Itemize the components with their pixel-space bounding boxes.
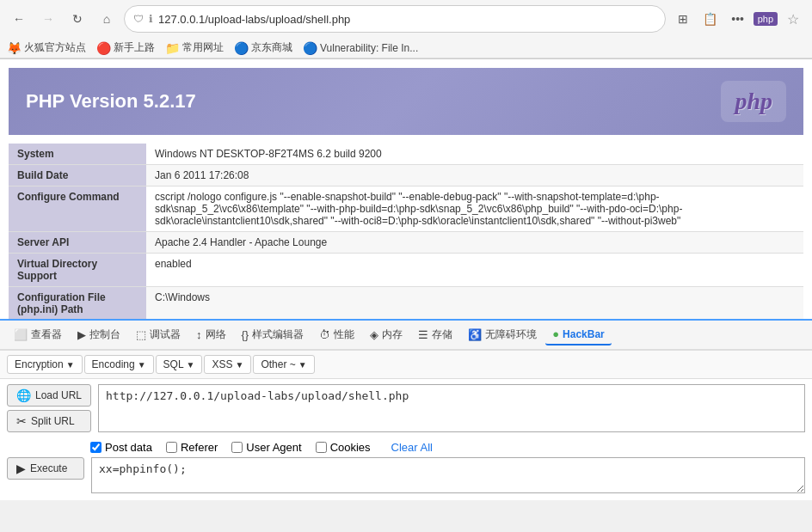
split-url-button[interactable]: ✂ Split URL bbox=[7, 410, 91, 432]
globe-icon: 🔵 bbox=[303, 41, 317, 55]
browser-chrome: ← → ↻ ⌂ 🛡 ℹ 127.0.0.1/upload-labs/upload… bbox=[0, 0, 812, 59]
devtool-debugger[interactable]: ⬚ 调试器 bbox=[129, 324, 188, 345]
page-content: PHP Version 5.2.17 php SystemWindows NT … bbox=[0, 59, 812, 500]
table-row: Virtual Directory Supportenabled bbox=[9, 254, 803, 287]
accessibility-icon: ♿ bbox=[468, 328, 482, 341]
devtool-accessibility[interactable]: ♿ 无障碍环境 bbox=[461, 324, 544, 345]
devtools-bar: ⬜ 查看器 ▶ 控制台 ⬚ 调试器 ↕ 网络 {} 样式编辑器 ⏱ 性能 ◈ 内… bbox=[0, 319, 812, 350]
phpinfo-header: PHP Version 5.2.17 php bbox=[9, 68, 803, 135]
back-button[interactable]: ← bbox=[7, 7, 31, 31]
table-cell-value: Apache 2.4 Handler - Apache Lounge bbox=[146, 232, 803, 254]
cookies-check[interactable] bbox=[316, 442, 327, 453]
post-data-check[interactable] bbox=[90, 442, 102, 453]
bookmark-list-button[interactable]: 📋 bbox=[698, 7, 723, 31]
bookmark-star-button[interactable]: ☆ bbox=[781, 7, 805, 31]
encoding-arrow: ▼ bbox=[138, 360, 146, 370]
dot-icon: 🔴 bbox=[96, 41, 111, 55]
table-row: SystemWindows NT DESKTOP-8F2T4MS 6.2 bui… bbox=[9, 144, 803, 165]
bookmark-firefox[interactable]: 🦊 火狐官方站点 bbox=[7, 40, 86, 55]
grid-button[interactable]: ⊞ bbox=[671, 7, 695, 31]
encryption-menu[interactable]: Encryption ▼ bbox=[7, 355, 83, 374]
xss-arrow: ▼ bbox=[236, 360, 244, 370]
url-input[interactable] bbox=[98, 384, 805, 432]
referer-checkbox[interactable]: Referer bbox=[166, 441, 218, 454]
bookmark-newbie[interactable]: 🔴 新手上路 bbox=[96, 40, 155, 55]
referer-check[interactable] bbox=[166, 442, 177, 453]
load-url-button[interactable]: 🌐 Load URL bbox=[7, 384, 91, 407]
reload-button[interactable]: ↻ bbox=[65, 7, 89, 31]
inspector-icon: ⬜ bbox=[14, 328, 28, 341]
devtool-console[interactable]: ▶ 控制台 bbox=[71, 324, 127, 345]
storage-icon: ☰ bbox=[418, 328, 428, 341]
nav-extras: ⊞ 📋 ••• php ☆ bbox=[671, 7, 805, 31]
post-execute-row: ▶ Execute bbox=[0, 457, 812, 500]
circle-icon: 🔵 bbox=[234, 41, 249, 55]
encryption-arrow: ▼ bbox=[66, 360, 75, 370]
network-icon: ↕ bbox=[196, 328, 202, 341]
table-cell-label: System bbox=[9, 144, 146, 165]
post-data-input[interactable] bbox=[91, 457, 805, 493]
phpinfo-table: SystemWindows NT DESKTOP-8F2T4MS 6.2 bui… bbox=[9, 144, 803, 319]
more-button[interactable]: ••• bbox=[726, 7, 750, 31]
table-cell-value: Jan 6 2011 17:26:08 bbox=[146, 165, 803, 187]
bookmark-vuln[interactable]: 🔵 Vulnerability: File In... bbox=[303, 41, 418, 55]
table-cell-label: Server API bbox=[9, 232, 146, 254]
table-row: Configuration File (php.ini) PathC:\Wind… bbox=[9, 287, 803, 320]
devtool-style-editor[interactable]: {} 样式编辑器 bbox=[235, 324, 311, 345]
debugger-icon: ⬚ bbox=[136, 328, 146, 341]
execute-button[interactable]: ▶ Execute bbox=[7, 457, 84, 480]
bookmark-jd[interactable]: 🔵 京东商城 bbox=[234, 40, 292, 55]
devtool-storage[interactable]: ☰ 存储 bbox=[411, 324, 459, 345]
folder-icon: 📁 bbox=[165, 41, 180, 55]
performance-icon: ⏱ bbox=[319, 328, 330, 341]
shield-icon: 🛡 bbox=[133, 13, 144, 25]
load-icon: 🌐 bbox=[16, 388, 31, 402]
devtool-inspector[interactable]: ⬜ 查看器 bbox=[7, 324, 69, 345]
php-logo: php bbox=[721, 81, 786, 122]
table-row: Server APIApache 2.4 Handler - Apache Lo… bbox=[9, 232, 803, 254]
table-cell-value: cscript /nologo configure.js "--enable-s… bbox=[146, 187, 803, 232]
split-icon: ✂ bbox=[16, 414, 27, 428]
clear-all-button[interactable]: Clear All bbox=[391, 441, 433, 454]
hackbar-area: Encryption ▼ Encoding ▼ SQL ▼ XSS ▼ Othe… bbox=[0, 350, 812, 500]
execute-icon: ▶ bbox=[16, 462, 26, 475]
table-cell-label: Configure Command bbox=[9, 187, 146, 232]
phpinfo-area: PHP Version 5.2.17 php SystemWindows NT … bbox=[0, 59, 812, 319]
table-row: Build DateJan 6 2011 17:26:08 bbox=[9, 165, 803, 187]
bookmark-common[interactable]: 📁 常用网址 bbox=[165, 40, 224, 55]
table-cell-label: Virtual Directory Support bbox=[9, 254, 146, 287]
encoding-menu[interactable]: Encoding ▼ bbox=[84, 355, 154, 374]
xss-menu[interactable]: XSS ▼ bbox=[204, 355, 251, 374]
devtool-performance[interactable]: ⏱ 性能 bbox=[312, 324, 361, 345]
style-icon: {} bbox=[242, 328, 249, 341]
nav-bar: ← → ↻ ⌂ 🛡 ℹ 127.0.0.1/upload-labs/upload… bbox=[0, 0, 812, 38]
php-logo-text: php bbox=[735, 88, 772, 115]
post-data-checkbox[interactable]: Post data bbox=[90, 441, 152, 454]
table-cell-value: Windows NT DESKTOP-8F2T4MS 6.2 build 920… bbox=[146, 144, 803, 165]
hackbar-buttons: 🌐 Load URL ✂ Split URL bbox=[7, 384, 91, 432]
devtool-network[interactable]: ↕ 网络 bbox=[189, 324, 233, 345]
table-cell-value: enabled bbox=[146, 254, 803, 287]
php-badge: php bbox=[754, 12, 778, 26]
table-row: Configure Commandcscript /nologo configu… bbox=[9, 187, 803, 232]
forward-button[interactable]: → bbox=[36, 7, 60, 31]
devtool-hackbar[interactable]: ● HackBar bbox=[545, 324, 612, 345]
other-menu[interactable]: Other ~ ▼ bbox=[253, 355, 314, 374]
user-agent-checkbox[interactable]: User Agent bbox=[231, 441, 301, 454]
address-bar: 🛡 ℹ 127.0.0.1/upload-labs/upload/shell.p… bbox=[124, 5, 666, 33]
fox-icon: 🦊 bbox=[7, 41, 22, 55]
home-button[interactable]: ⌂ bbox=[95, 7, 119, 31]
sql-arrow: ▼ bbox=[187, 360, 195, 370]
table-cell-label: Build Date bbox=[9, 165, 146, 187]
hackbar-options: Post data Referer User Agent Cookies Cle… bbox=[0, 437, 812, 457]
cookies-checkbox[interactable]: Cookies bbox=[316, 441, 371, 454]
bookmarks-bar: 🦊 火狐官方站点 🔴 新手上路 📁 常用网址 🔵 京东商城 🔵 Vulnerab… bbox=[0, 38, 812, 58]
table-cell-value: C:\Windows bbox=[146, 287, 803, 320]
url-display: 127.0.0.1/upload-labs/upload/shell.php bbox=[158, 13, 656, 26]
devtool-memory[interactable]: ◈ 内存 bbox=[363, 324, 409, 345]
hackbar-icon: ● bbox=[552, 327, 559, 340]
user-agent-check[interactable] bbox=[231, 442, 243, 453]
hackbar-toolbar: Encryption ▼ Encoding ▼ SQL ▼ XSS ▼ Othe… bbox=[0, 351, 812, 379]
info-icon: ℹ bbox=[149, 13, 153, 25]
sql-menu[interactable]: SQL ▼ bbox=[156, 355, 203, 374]
